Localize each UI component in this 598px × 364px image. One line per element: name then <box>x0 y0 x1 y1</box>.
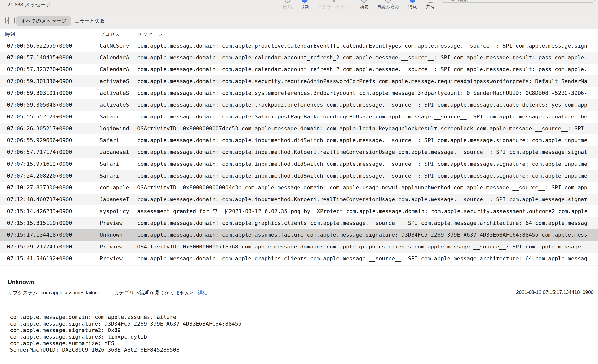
log-row[interactable]: 07:07:15.971612+0900Safaricom.apple.mess… <box>0 158 598 170</box>
log-row[interactable]: 07:15:14.426233+0900syspolicyassessment … <box>0 205 598 217</box>
log-message: OSActivityID: 0x8000000000004c3b com.app… <box>137 182 598 194</box>
log-message: OSActivityID: 0x8000000007dcc53 com.appl… <box>137 123 598 134</box>
toolbar-button-label: アクティビティ <box>318 4 350 10</box>
clear-icon <box>360 0 368 3</box>
log-row[interactable]: 07:07:24.208220+0900Safaricom.apple.mess… <box>0 170 598 182</box>
toolbar-activities-button: アクティビティ <box>318 0 350 10</box>
column-header-message[interactable]: メッセージ <box>137 29 163 40</box>
toolbar-now-button[interactable]: 最新 <box>300 0 309 10</box>
log-message: com.apple.message.domain: com.apple.syst… <box>137 87 598 99</box>
column-header-process[interactable]: プロセス <box>100 29 120 40</box>
log-time: 07:10:27.837300+0900 <box>7 182 72 194</box>
detail-meta: サブシステム: com.apple.assumes.failure カテゴリ: … <box>0 289 598 297</box>
search-placeholder: 検索 <box>458 0 468 3</box>
log-process: CalNCServ <box>100 40 131 52</box>
log-time: 07:07:24.208220+0900 <box>7 170 72 182</box>
log-time: 07:15:14.426233+0900 <box>7 205 72 217</box>
search-field[interactable]: 検索 <box>442 0 595 3</box>
filter-bar: すべてのメッセージ エラーと失敗 <box>0 13 598 29</box>
log-time: 07:07:15.971612+0900 <box>7 158 72 170</box>
detail-details-link[interactable]: 詳細 <box>198 289 208 296</box>
start-icon <box>283 0 292 3</box>
log-row[interactable]: 07:15:29.217741+0900PreviewOSActivityID:… <box>0 241 598 253</box>
log-time: 07:06:55.929666+0900 <box>7 134 72 146</box>
log-row[interactable]: 07:06:57.717174+0900JapaneseIcom.apple.m… <box>0 146 598 158</box>
log-time: 07:06:26.305217+0900 <box>7 123 72 134</box>
detail-subsystem: サブシステム: com.apple.assumes.failure <box>8 289 99 296</box>
log-row[interactable]: 07:00:57.148435+0900CalendarAcom.apple.m… <box>0 52 598 64</box>
column-header-time[interactable]: 時刻 <box>5 29 15 40</box>
detail-title: Unknown <box>8 279 34 286</box>
log-process: Safari <box>100 111 131 123</box>
message-count-label: 21,863 メッセージ <box>7 1 51 8</box>
log-process: activateS <box>100 75 131 87</box>
activities-icon <box>318 0 350 3</box>
log-message: com.apple.message.domain: com.apple.cale… <box>137 64 598 75</box>
log-message: com.apple.message.domain: com.apple.inpu… <box>137 170 598 182</box>
toolbar: 21,863 メッセージ 開始最新アクティビティ消去再読み込み情報共有 検索 <box>0 0 598 13</box>
log-process: Unknown <box>100 229 131 241</box>
log-message: com.apple.message.domain: com.apple.inpu… <box>137 134 598 146</box>
search-icon <box>451 0 456 2</box>
toolbar-clear-button[interactable]: 消去 <box>360 0 368 10</box>
toolbar-start-button: 開始 <box>283 0 292 10</box>
log-message: com.apple.message.domain: com.apple.inpu… <box>137 194 598 205</box>
log-row[interactable]: 07:15:15.315119+0900Previewcom.apple.mes… <box>0 217 598 229</box>
column-separator[interactable] <box>97 31 97 37</box>
log-row[interactable]: 07:06:55.929666+0900Safaricom.apple.mess… <box>0 134 598 146</box>
toolbar-button-label: 情報 <box>408 4 417 10</box>
log-time: 07:15:29.217741+0900 <box>7 241 72 253</box>
log-process: CalendarA <box>100 64 131 75</box>
log-process: syspolicy <box>100 205 131 217</box>
log-process: Preview <box>100 241 131 253</box>
log-row[interactable]: 07:12:48.460737+0900JapaneseIcom.apple.m… <box>0 194 598 205</box>
table-bottom-edge <box>0 265 598 266</box>
log-message: com.apple.message.domain: com.apple.grap… <box>137 217 598 229</box>
log-process: Safari <box>100 134 131 146</box>
detail-body: com.apple.message.domain: com.apple.assu… <box>10 314 241 353</box>
log-row[interactable]: 07:00:59.305048+0900activateScom.apple.m… <box>0 99 598 111</box>
log-row[interactable]: 07:00:59.303101+0900activateScom.apple.m… <box>0 87 598 99</box>
log-time: 07:15:41.546192+0900 <box>7 253 72 265</box>
log-row[interactable]: 07:15:41.546192+0900Previewcom.apple.mes… <box>0 253 598 265</box>
toolbar-button-label: 共有 <box>426 4 435 10</box>
log-row[interactable]: 07:15:17.134418+0900Unknowncom.apple.mes… <box>0 229 598 241</box>
log-process: activateS <box>100 87 131 99</box>
toolbar-reload-button[interactable]: 再読み込み <box>377 0 399 10</box>
column-separator[interactable] <box>134 31 134 37</box>
info-icon <box>408 0 417 3</box>
toolbar-button-label: 再読み込み <box>377 4 399 10</box>
log-time: 07:00:57.323720+0900 <box>7 64 72 75</box>
toolbar-button-label: 最新 <box>300 4 309 10</box>
share-icon <box>426 0 435 3</box>
log-process: JapaneseI <box>100 146 131 158</box>
detail-timestamp: 2021-08-12 07:15:17.134418+0900 <box>516 289 594 295</box>
log-time: 07:00:59.303101+0900 <box>7 87 72 99</box>
log-row[interactable]: 07:10:27.837300+0900com.appleOSActivityI… <box>0 182 598 194</box>
now-icon <box>300 0 309 3</box>
log-row[interactable]: 07:00:59.301336+0900activateScom.apple.m… <box>0 75 598 87</box>
log-time: 07:15:17.134418+0900 <box>7 229 72 241</box>
log-process: com.apple <box>100 182 131 194</box>
log-process: Safari <box>100 158 131 170</box>
log-message: com.apple.message.domain: com.apple.inpu… <box>137 146 598 158</box>
log-row[interactable]: 07:06:26.305217+0900loginwindOSActivityI… <box>0 123 598 134</box>
log-time: 07:15:15.315119+0900 <box>7 217 72 229</box>
filter-errors-and-faults[interactable]: エラーと失敗 <box>70 16 109 26</box>
log-time: 07:06:57.717174+0900 <box>7 146 72 158</box>
log-row[interactable]: 07:00:57.323720+0900CalendarAcom.apple.m… <box>0 64 598 75</box>
toolbar-info-button[interactable]: 情報 <box>408 0 417 10</box>
log-time: 07:00:57.148435+0900 <box>7 52 72 64</box>
log-time: 07:00:59.305048+0900 <box>7 99 72 111</box>
log-process: CalendarA <box>100 52 131 64</box>
log-time: 07:00:59.301336+0900 <box>7 75 72 87</box>
sidebar-toggle-icon[interactable] <box>5 17 15 24</box>
log-message: com.apple.message.domain: com.apple.Safa… <box>137 111 598 123</box>
toolbar-share-button[interactable]: 共有 <box>426 0 435 10</box>
log-message: com.apple.message.domain: com.apple.trac… <box>137 99 598 111</box>
log-row[interactable]: 07:05:55.552124+0900Safaricom.apple.mess… <box>0 111 598 123</box>
log-message: com.apple.message.domain: com.apple.inpu… <box>137 158 598 170</box>
filter-all-messages[interactable]: すべてのメッセージ <box>16 16 71 26</box>
table-header: 時刻 プロセス メッセージ <box>0 29 598 40</box>
log-row[interactable]: 07:00:56.622559+0900CalNCServcom.apple.m… <box>0 40 598 52</box>
